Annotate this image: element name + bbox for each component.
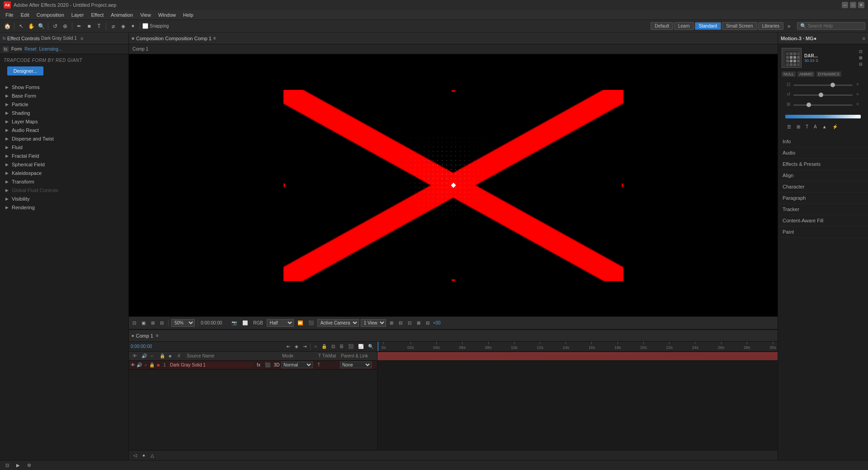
reset-btn[interactable]: Reset xyxy=(24,47,36,52)
menu-view[interactable]: View xyxy=(137,11,155,19)
layer-color-label[interactable]: ■ xyxy=(155,362,161,367)
expand-btn[interactable]: ⊡ xyxy=(857,49,864,54)
rp-info[interactable]: Info xyxy=(778,136,868,147)
text-tool[interactable]: T xyxy=(94,22,104,31)
timeline-tab-label[interactable]: Comp 1 xyxy=(136,333,153,338)
fast-preview-btn[interactable]: ⏩ xyxy=(296,320,305,326)
panel-menu-btn[interactable]: ≡ xyxy=(80,36,83,41)
keyframe-nav-prev[interactable]: ⇤ xyxy=(285,343,292,349)
effect-layer-maps[interactable]: ▶ Layer Maps xyxy=(0,117,128,126)
zoom-select[interactable]: 50% 100% 25% xyxy=(171,319,195,327)
layer-effects-icon[interactable]: fx xyxy=(254,362,263,367)
puppet-tool[interactable]: ✦ xyxy=(128,22,137,31)
hand-tool[interactable]: ✋ xyxy=(27,22,36,31)
rp-tracker[interactable]: Tracker xyxy=(778,204,868,215)
view-count-select[interactable]: 1 View xyxy=(361,319,386,327)
parent-select[interactable]: None xyxy=(340,362,372,368)
layer-motion-blur-icon[interactable]: ⬛ xyxy=(263,362,272,367)
status-settings-btn[interactable]: ⚙ xyxy=(25,462,33,468)
workspace-more[interactable]: » xyxy=(784,22,793,31)
effect-disperse-twist[interactable]: ▶ Disperse and Twist xyxy=(0,134,128,143)
current-time-display[interactable]: 0:00:00:00 xyxy=(131,344,152,349)
rotate-tool[interactable]: ↺ xyxy=(51,22,60,31)
workspace-learn[interactable]: Learn xyxy=(674,22,694,30)
safe-zones-btn[interactable]: ⊡ xyxy=(406,320,413,326)
menu-animation[interactable]: Animation xyxy=(107,11,137,19)
menu-effect[interactable]: Effect xyxy=(87,11,107,19)
switches-btn[interactable]: ☰ xyxy=(338,343,345,349)
keyframe-nav-next[interactable]: ⇥ xyxy=(301,343,308,349)
designer-button[interactable]: Designer... xyxy=(7,66,43,75)
brush-tool[interactable]: ⌀ xyxy=(108,22,118,31)
scale-handle[interactable] xyxy=(807,103,811,107)
rp-align[interactable]: Align xyxy=(778,170,868,181)
pen-tool[interactable]: ✒ xyxy=(75,22,84,31)
licensing-btn[interactable]: Licensing... xyxy=(39,47,62,52)
effect-shading[interactable]: ▶ Shading xyxy=(0,108,128,117)
toggle-keyframe[interactable]: ◈ xyxy=(293,343,300,349)
rp-paragraph[interactable]: Paragraph xyxy=(778,193,868,204)
reset-exposure-btn[interactable]: ⊡ xyxy=(131,320,138,326)
menu-edit[interactable]: Edit xyxy=(17,11,33,19)
effect-fluid[interactable]: ▶ Fluid xyxy=(0,143,128,151)
effect-kaleidospace[interactable]: ▶ Kaleidospace xyxy=(0,169,128,177)
position-handle[interactable] xyxy=(830,83,835,87)
show-transparency-btn[interactable]: ⬜ xyxy=(241,320,250,326)
menu-file[interactable]: File xyxy=(2,11,17,19)
grid-btn[interactable]: ⊠ xyxy=(415,320,422,326)
rotation-slider[interactable] xyxy=(793,94,853,96)
effect-spherical-field[interactable]: ▶ Spherical Field xyxy=(0,160,128,169)
solo-btn[interactable]: ○ xyxy=(312,343,319,349)
layer-audio-icon[interactable]: 🔊 xyxy=(136,362,142,367)
layer-track-bar[interactable] xyxy=(377,352,778,360)
effect-audio-react[interactable]: ▶ Audio React xyxy=(0,126,128,134)
mg-list-btn[interactable]: ☰ xyxy=(785,124,793,130)
status-render-btn[interactable]: ▶ xyxy=(14,462,22,468)
region-btn[interactable]: ▣ xyxy=(140,320,147,326)
rp-paint[interactable]: Paint xyxy=(778,226,868,238)
resolution-select[interactable]: Half Full Quarter xyxy=(267,319,294,327)
composition-tab-label[interactable]: Composition Composition Comp 1 xyxy=(136,36,212,41)
layer-3d-icon[interactable]: 3D xyxy=(272,362,281,367)
toggle-grid-btn[interactable]: ⊟ xyxy=(158,320,165,326)
zoom-tool[interactable]: 🔍 xyxy=(37,22,46,31)
preset-thumbnail[interactable] xyxy=(782,48,802,68)
camera-tool[interactable]: ⊕ xyxy=(61,22,70,31)
rp-audio[interactable]: Audio xyxy=(778,147,868,159)
track-area[interactable] xyxy=(377,352,778,450)
show-channels-btn[interactable]: RGB xyxy=(251,320,265,326)
rp-content-aware[interactable]: Content-Aware Fill xyxy=(778,215,868,226)
mg-chevron-up[interactable]: ▲ xyxy=(821,124,829,130)
effect-controls-tab[interactable]: fx Effect Controls Dark Gray Solid 1 xyxy=(3,36,77,41)
maximize-button[interactable]: □ xyxy=(850,2,856,8)
snapping-checkbox[interactable] xyxy=(142,23,148,29)
workspace-libraries[interactable]: Libraries xyxy=(758,22,783,30)
right-panel-menu[interactable]: ≡ xyxy=(863,36,865,41)
gradient-bar[interactable] xyxy=(785,115,861,118)
add-marker-btn[interactable]: ◁ xyxy=(132,452,139,458)
effect-rendering[interactable]: ▶ Rendering xyxy=(0,203,128,212)
menu-help[interactable]: Help xyxy=(179,11,197,19)
layer-col-btn[interactable]: ⊡ xyxy=(330,343,337,349)
menu-window[interactable]: Window xyxy=(155,11,179,19)
aspect-btn[interactable]: ⊟ xyxy=(857,61,864,67)
workspace-standard[interactable]: Standard xyxy=(695,22,722,30)
rotation-handle[interactable] xyxy=(819,93,823,97)
effect-fractal-field[interactable]: ▶ Fractal Field xyxy=(0,151,128,160)
layer-name[interactable]: Dark Gray Solid 1 xyxy=(168,362,254,367)
rulers-btn[interactable]: ⊟ xyxy=(424,320,431,326)
motion-blur-btn[interactable]: ⬛ xyxy=(346,343,355,349)
layer-lock-icon[interactable]: 🔒 xyxy=(149,362,155,367)
rp-effects-presets[interactable]: Effects & Presets xyxy=(778,159,868,170)
toggle-pixel-btn[interactable]: ⬛ xyxy=(307,320,316,326)
minimize-button[interactable]: ─ xyxy=(842,2,848,8)
graph-btn[interactable]: 📈 xyxy=(356,343,365,349)
search-input[interactable] xyxy=(808,24,862,28)
mg-text-btn[interactable]: T xyxy=(804,124,810,130)
lock-btn[interactable]: 🔒 xyxy=(320,343,329,349)
toggle-transparency-btn[interactable]: ⊞ xyxy=(149,320,156,326)
3d-view-btn[interactable]: ⊟ xyxy=(397,320,404,326)
mg-grid-btn[interactable]: ⊞ xyxy=(795,124,802,130)
effect-visibility[interactable]: ▶ Visibility xyxy=(0,194,128,203)
layer-visible-icon[interactable]: 👁 xyxy=(130,362,136,367)
